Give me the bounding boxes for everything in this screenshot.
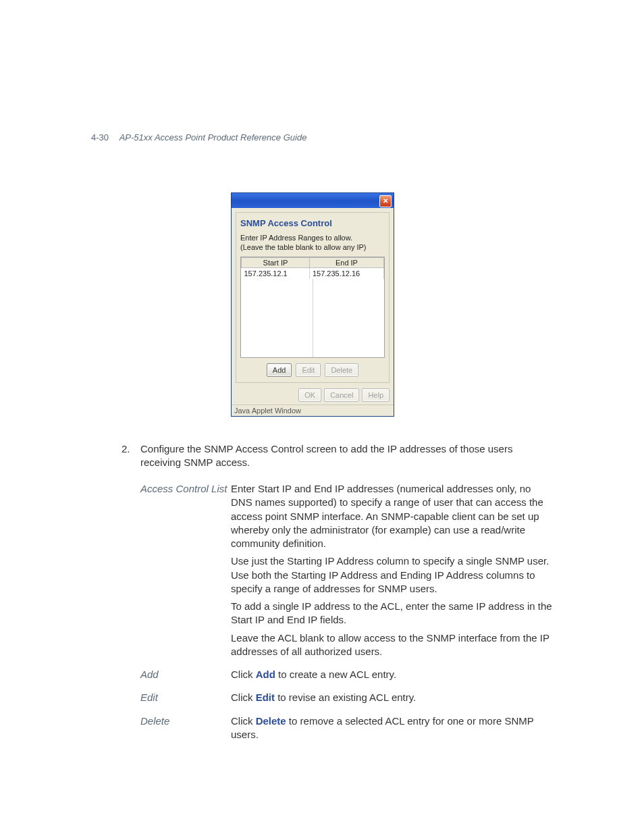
- edit-button[interactable]: Edit: [296, 363, 321, 377]
- page-number: 4-30: [91, 132, 109, 142]
- definition-description: Click Add to create a new ACL entry.: [231, 668, 554, 685]
- instructions-line: (Leave the table blank to allow any IP): [240, 243, 367, 251]
- definition-paragraph: Enter Start IP and End IP addresses (num…: [231, 482, 554, 550]
- close-icon[interactable]: ✕: [379, 195, 392, 207]
- definition-add: Add Click Add to create a new ACL entry.: [140, 668, 554, 685]
- cell-start-ip[interactable]: 157.235.12.1: [242, 267, 310, 279]
- definition-term: Add: [140, 668, 231, 685]
- cancel-button[interactable]: Cancel: [324, 388, 359, 402]
- definition-access-control-list: Access Control List Enter Start IP and E…: [140, 482, 554, 662]
- cell-end-ip[interactable]: 157.235.12.16: [309, 267, 383, 279]
- add-button[interactable]: Add: [267, 363, 292, 377]
- definition-term: Edit: [140, 691, 231, 708]
- dialog-statusbar: Java Applet Window: [232, 405, 394, 416]
- delete-button[interactable]: Delete: [325, 363, 358, 377]
- definition-paragraph: Click Edit to revise an existing ACL ent…: [231, 691, 554, 704]
- table-row[interactable]: 157.235.12.1 157.235.12.16: [242, 267, 384, 279]
- keyword-delete: Delete: [256, 715, 286, 727]
- definition-term: Access Control List: [140, 482, 231, 662]
- table-empty-area[interactable]: [241, 279, 384, 357]
- definition-edit: Edit Click Edit to revise an existing AC…: [140, 691, 554, 708]
- definition-paragraph: Use just the Starting IP Address column …: [231, 554, 554, 596]
- ok-button[interactable]: OK: [298, 388, 321, 402]
- definition-description: Click Delete to remove a selected ACL en…: [231, 714, 554, 746]
- document-title: AP-51xx Access Point Product Reference G…: [119, 132, 307, 142]
- definition-paragraph: Click Add to create a new ACL entry.: [231, 668, 554, 681]
- definition-description: Click Edit to revise an existing ACL ent…: [231, 691, 554, 708]
- dialog-titlebar[interactable]: ✕: [232, 193, 394, 208]
- column-header-end-ip[interactable]: End IP: [309, 257, 383, 267]
- definition-list: Access Control List Enter Start IP and E…: [140, 482, 554, 751]
- page-header: 4-30 AP-51xx Access Point Product Refere…: [91, 132, 306, 142]
- instructions-line: Enter IP Address Ranges to allow.: [240, 234, 352, 242]
- keyword-add: Add: [256, 669, 275, 680]
- dialog-section-title: SNMP Access Control: [240, 218, 385, 228]
- keyword-edit: Edit: [256, 692, 275, 703]
- definition-paragraph: To add a single IP address to the ACL, e…: [231, 600, 554, 627]
- step-2: 2. Configure the SNMP Access Control scr…: [122, 442, 554, 470]
- definition-delete: Delete Click Delete to remove a selected…: [140, 714, 554, 746]
- snmp-access-control-dialog: ✕ SNMP Access Control Enter IP Address R…: [231, 192, 394, 417]
- column-header-start-ip[interactable]: Start IP: [242, 257, 310, 267]
- help-button[interactable]: Help: [362, 388, 390, 402]
- definition-description: Enter Start IP and End IP addresses (num…: [231, 482, 554, 662]
- definition-term: Delete: [140, 714, 231, 746]
- dialog-instructions: Enter IP Address Ranges to allow. (Leave…: [240, 234, 385, 253]
- step-number: 2.: [122, 442, 131, 470]
- definition-paragraph: Click Delete to remove a selected ACL en…: [231, 714, 554, 742]
- ip-range-table[interactable]: Start IP End IP 157.235.12.1 157.235.12.…: [240, 257, 385, 358]
- step-text: Configure the SNMP Access Control screen…: [140, 442, 554, 470]
- definition-paragraph: Leave the ACL blank to allow access to t…: [231, 631, 554, 659]
